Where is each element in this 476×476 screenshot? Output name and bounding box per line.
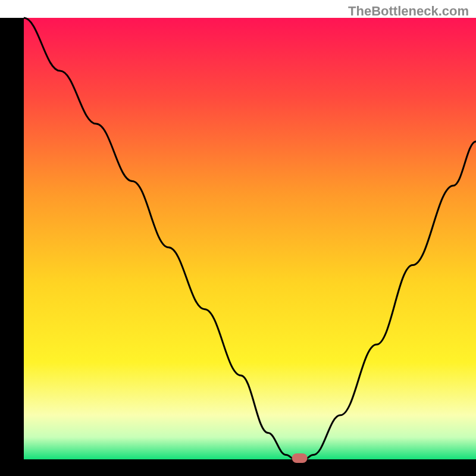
bottleneck-chart [0,0,476,476]
optimum-marker [292,453,308,463]
bottom-axis-band [0,459,476,476]
chart-container: TheBottleneck.com [0,0,476,476]
left-axis-band [0,18,24,459]
watermark-text: TheBottleneck.com [348,4,469,19]
gradient-background [24,18,476,459]
